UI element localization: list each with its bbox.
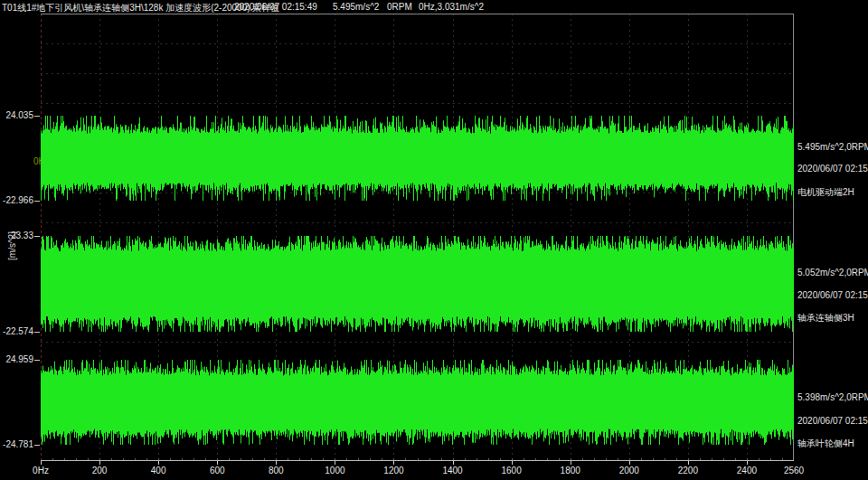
y-tick-label: 23.33: [0, 231, 33, 240]
y-tick-mark: [34, 360, 40, 361]
title-cursor-readout: 0Hz,3.031m/s^2: [419, 2, 484, 12]
y-tick-mark: [34, 236, 40, 237]
y-tick-label: -22.574: [0, 326, 33, 336]
y-tick-mark: [34, 116, 40, 117]
trace-overall-label: 5.398m/s^2,0RPM: [797, 392, 868, 402]
y-tick-mark: [34, 332, 40, 333]
title-rpm: 0RPM: [387, 2, 412, 12]
trace-timestamp-label: 2020/06/07 02:15:49: [797, 416, 868, 426]
trace-overall-label: 5.052m/s^2,0RPM: [797, 268, 868, 278]
y-tick-mark: [34, 445, 40, 446]
waveform-canvas[interactable]: [41, 14, 794, 480]
y-tick-label: 24.035: [0, 110, 33, 120]
trace-channel-label: 轴承叶轮侧4H: [797, 438, 854, 450]
y-tick-label: 24.959: [0, 354, 33, 364]
vibration-waveform-window: T01线1#地下引风机\轴承连轴侧3H\128k 加速度波形(2-20000).…: [0, 0, 868, 480]
trace-channel-label: 电机驱动端2H: [797, 186, 854, 199]
trace-overall-label: 5.495m/s^2,0RPM: [797, 142, 868, 152]
waveform-plot-area[interactable]: 0Hz,3.031m/s^2: [41, 14, 794, 480]
trace-timestamp-label: 2020/06/07 02:15:49: [797, 290, 868, 300]
title-bar: T01线1#地下引风机\轴承连轴侧3H\128k 加速度波形(2-20000).…: [0, 0, 868, 14]
title-datetime: 2020/06/07 02:15:49: [234, 2, 317, 12]
y-tick-mark: [34, 201, 40, 202]
y-tick-label: -24.781: [0, 439, 33, 449]
y-tick-label: -22.966: [0, 195, 33, 205]
trace-channel-label: 轴承连轴侧3H: [797, 312, 854, 325]
title-amplitude: 5.495m/s^2: [333, 2, 379, 12]
trace-timestamp-label: 2020/06/07 02:15:49: [797, 164, 868, 174]
